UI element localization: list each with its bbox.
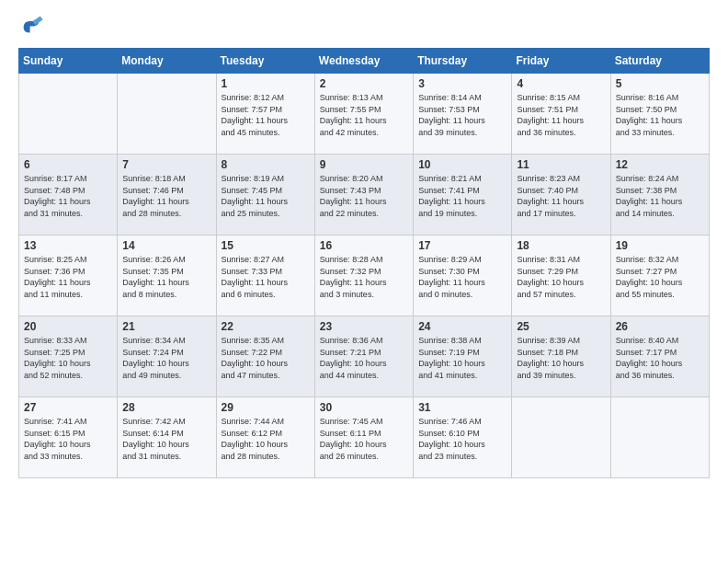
calendar-cell: 13Sunrise: 8:25 AM Sunset: 7:36 PM Dayli… <box>19 236 118 316</box>
day-info: Sunrise: 8:17 AM Sunset: 7:48 PM Dayligh… <box>24 173 112 219</box>
day-number: 18 <box>517 239 605 252</box>
calendar-cell: 27Sunrise: 7:41 AM Sunset: 6:15 PM Dayli… <box>19 397 118 478</box>
day-info: Sunrise: 8:16 AM Sunset: 7:50 PM Dayligh… <box>616 92 704 138</box>
header-cell-friday: Friday <box>512 49 610 74</box>
day-info: Sunrise: 7:44 AM Sunset: 6:12 PM Dayligh… <box>222 416 310 462</box>
header-cell-sunday: Sunday <box>19 49 118 74</box>
calendar-cell: 26Sunrise: 8:40 AM Sunset: 7:17 PM Dayli… <box>610 316 709 397</box>
day-info: Sunrise: 8:40 AM Sunset: 7:17 PM Dayligh… <box>616 335 704 381</box>
day-info: Sunrise: 7:42 AM Sunset: 6:14 PM Dayligh… <box>122 416 210 462</box>
day-info: Sunrise: 8:33 AM Sunset: 7:25 PM Dayligh… <box>24 335 112 381</box>
day-info: Sunrise: 8:35 AM Sunset: 7:22 PM Dayligh… <box>222 335 310 381</box>
header-row: SundayMondayTuesdayWednesdayThursdayFrid… <box>19 49 710 74</box>
day-info: Sunrise: 8:21 AM Sunset: 7:41 PM Dayligh… <box>418 173 506 219</box>
day-info: Sunrise: 7:41 AM Sunset: 6:15 PM Dayligh… <box>24 416 112 462</box>
header-cell-tuesday: Tuesday <box>216 49 314 74</box>
calendar-cell: 28Sunrise: 7:42 AM Sunset: 6:14 PM Dayli… <box>118 397 216 478</box>
header-cell-saturday: Saturday <box>610 49 709 74</box>
day-number: 3 <box>418 77 506 90</box>
day-info: Sunrise: 8:28 AM Sunset: 7:32 PM Dayligh… <box>320 254 408 300</box>
day-info: Sunrise: 8:29 AM Sunset: 7:30 PM Dayligh… <box>418 254 506 300</box>
day-info: Sunrise: 8:19 AM Sunset: 7:45 PM Dayligh… <box>222 173 310 219</box>
day-number: 4 <box>517 77 605 90</box>
calendar-cell: 31Sunrise: 7:46 AM Sunset: 6:10 PM Dayli… <box>414 397 512 478</box>
day-info: Sunrise: 8:39 AM Sunset: 7:18 PM Dayligh… <box>517 335 605 381</box>
day-info: Sunrise: 8:23 AM Sunset: 7:40 PM Dayligh… <box>517 173 605 219</box>
header <box>18 15 710 40</box>
day-number: 12 <box>616 158 704 171</box>
day-info: Sunrise: 8:24 AM Sunset: 7:38 PM Dayligh… <box>616 173 704 219</box>
day-number: 20 <box>24 320 112 333</box>
calendar-cell <box>512 397 610 478</box>
calendar-cell: 17Sunrise: 8:29 AM Sunset: 7:30 PM Dayli… <box>414 236 512 316</box>
day-info: Sunrise: 8:36 AM Sunset: 7:21 PM Dayligh… <box>320 335 408 381</box>
day-number: 8 <box>222 158 310 171</box>
calendar-cell: 9Sunrise: 8:20 AM Sunset: 7:43 PM Daylig… <box>314 155 413 236</box>
day-info: Sunrise: 8:25 AM Sunset: 7:36 PM Dayligh… <box>24 254 112 300</box>
week-row-1: 1Sunrise: 8:12 AM Sunset: 7:57 PM Daylig… <box>19 74 710 155</box>
week-row-3: 13Sunrise: 8:25 AM Sunset: 7:36 PM Dayli… <box>19 236 710 316</box>
day-number: 19 <box>616 239 704 252</box>
day-number: 27 <box>24 401 112 414</box>
calendar-cell: 22Sunrise: 8:35 AM Sunset: 7:22 PM Dayli… <box>216 316 314 397</box>
week-row-2: 6Sunrise: 8:17 AM Sunset: 7:48 PM Daylig… <box>19 155 710 236</box>
logo-icon <box>18 15 44 40</box>
day-number: 9 <box>320 158 408 171</box>
calendar-table: SundayMondayTuesdayWednesdayThursdayFrid… <box>18 48 710 478</box>
calendar-cell <box>118 74 216 155</box>
day-number: 26 <box>616 320 704 333</box>
day-info: Sunrise: 8:32 AM Sunset: 7:27 PM Dayligh… <box>616 254 704 300</box>
calendar-cell: 21Sunrise: 8:34 AM Sunset: 7:24 PM Dayli… <box>118 316 216 397</box>
day-number: 10 <box>418 158 506 171</box>
calendar-cell: 12Sunrise: 8:24 AM Sunset: 7:38 PM Dayli… <box>610 155 709 236</box>
day-info: Sunrise: 8:26 AM Sunset: 7:35 PM Dayligh… <box>122 254 210 300</box>
logo <box>18 15 48 40</box>
day-number: 17 <box>418 239 506 252</box>
calendar-cell: 16Sunrise: 8:28 AM Sunset: 7:32 PM Dayli… <box>314 236 413 316</box>
calendar-cell: 4Sunrise: 8:15 AM Sunset: 7:51 PM Daylig… <box>512 74 610 155</box>
header-cell-wednesday: Wednesday <box>314 49 413 74</box>
calendar-cell: 23Sunrise: 8:36 AM Sunset: 7:21 PM Dayli… <box>314 316 413 397</box>
day-number: 13 <box>24 239 112 252</box>
header-cell-monday: Monday <box>118 49 216 74</box>
day-number: 28 <box>122 401 210 414</box>
calendar-cell: 20Sunrise: 8:33 AM Sunset: 7:25 PM Dayli… <box>19 316 118 397</box>
calendar-page: SundayMondayTuesdayWednesdayThursdayFrid… <box>0 0 728 493</box>
day-number: 1 <box>222 77 310 90</box>
day-number: 11 <box>517 158 605 171</box>
calendar-cell: 25Sunrise: 8:39 AM Sunset: 7:18 PM Dayli… <box>512 316 610 397</box>
day-number: 21 <box>122 320 210 333</box>
day-number: 30 <box>320 401 408 414</box>
calendar-cell: 1Sunrise: 8:12 AM Sunset: 7:57 PM Daylig… <box>216 74 314 155</box>
calendar-cell: 7Sunrise: 8:18 AM Sunset: 7:46 PM Daylig… <box>118 155 216 236</box>
calendar-cell: 19Sunrise: 8:32 AM Sunset: 7:27 PM Dayli… <box>610 236 709 316</box>
day-info: Sunrise: 8:14 AM Sunset: 7:53 PM Dayligh… <box>418 92 506 138</box>
day-info: Sunrise: 8:31 AM Sunset: 7:29 PM Dayligh… <box>517 254 605 300</box>
calendar-cell: 29Sunrise: 7:44 AM Sunset: 6:12 PM Dayli… <box>216 397 314 478</box>
calendar-cell: 14Sunrise: 8:26 AM Sunset: 7:35 PM Dayli… <box>118 236 216 316</box>
day-info: Sunrise: 8:27 AM Sunset: 7:33 PM Dayligh… <box>222 254 310 300</box>
calendar-cell: 5Sunrise: 8:16 AM Sunset: 7:50 PM Daylig… <box>610 74 709 155</box>
calendar-cell: 3Sunrise: 8:14 AM Sunset: 7:53 PM Daylig… <box>414 74 512 155</box>
calendar-cell: 18Sunrise: 8:31 AM Sunset: 7:29 PM Dayli… <box>512 236 610 316</box>
calendar-cell: 15Sunrise: 8:27 AM Sunset: 7:33 PM Dayli… <box>216 236 314 316</box>
calendar-cell: 11Sunrise: 8:23 AM Sunset: 7:40 PM Dayli… <box>512 155 610 236</box>
day-info: Sunrise: 8:13 AM Sunset: 7:55 PM Dayligh… <box>320 92 408 138</box>
week-row-4: 20Sunrise: 8:33 AM Sunset: 7:25 PM Dayli… <box>19 316 710 397</box>
day-info: Sunrise: 8:15 AM Sunset: 7:51 PM Dayligh… <box>517 92 605 138</box>
day-number: 16 <box>320 239 408 252</box>
calendar-cell: 30Sunrise: 7:45 AM Sunset: 6:11 PM Dayli… <box>314 397 413 478</box>
calendar-cell <box>19 74 118 155</box>
day-info: Sunrise: 8:12 AM Sunset: 7:57 PM Dayligh… <box>222 92 310 138</box>
day-number: 25 <box>517 320 605 333</box>
day-number: 23 <box>320 320 408 333</box>
day-number: 22 <box>222 320 310 333</box>
day-number: 14 <box>122 239 210 252</box>
day-number: 31 <box>418 401 506 414</box>
day-number: 6 <box>24 158 112 171</box>
calendar-cell <box>610 397 709 478</box>
day-info: Sunrise: 8:20 AM Sunset: 7:43 PM Dayligh… <box>320 173 408 219</box>
day-number: 7 <box>122 158 210 171</box>
day-info: Sunrise: 8:18 AM Sunset: 7:46 PM Dayligh… <box>122 173 210 219</box>
calendar-cell: 8Sunrise: 8:19 AM Sunset: 7:45 PM Daylig… <box>216 155 314 236</box>
